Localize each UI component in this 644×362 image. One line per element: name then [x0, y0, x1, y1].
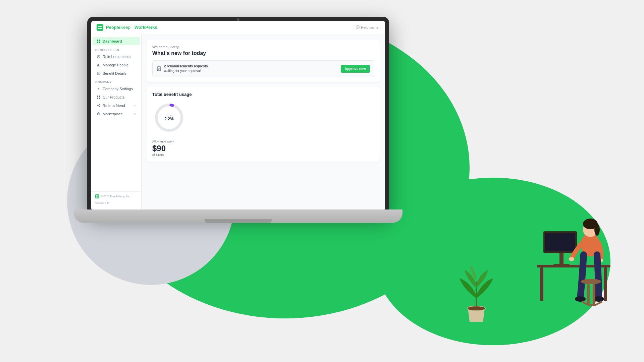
marketplace-icon [97, 112, 101, 116]
refer-icon [97, 104, 101, 108]
svg-rect-26 [96, 197, 97, 198]
svg-point-49 [581, 279, 601, 284]
svg-rect-0 [98, 26, 100, 27]
app-header: PeopleKeep WorkPerks ⓘ Help center [91, 21, 385, 34]
dashboard-label: Dashboard [103, 39, 122, 43]
dashboard-icon [97, 39, 101, 43]
refer-friend-label: Refer a friend [103, 104, 125, 108]
sidebar-item-marketplace[interactable]: Marketplace ↗ [93, 110, 140, 118]
chart-area: Total 2.2% [152, 101, 374, 134]
sidebar: Dashboard BENEFIT PLAN $ [91, 34, 142, 210]
notification-left: 2 reimbursements requests waiting for yo… [157, 64, 208, 73]
svg-point-45 [569, 257, 574, 261]
help-center-link[interactable]: ⓘ Help center [356, 25, 380, 30]
allowance-total: of $4010 [152, 153, 374, 157]
header-left: PeopleKeep WorkPerks [97, 24, 157, 31]
svg-point-53 [468, 306, 485, 310]
svg-rect-17 [97, 98, 98, 99]
reimbursements-label: Reimbursements [103, 55, 130, 59]
plant-illustration [453, 255, 500, 328]
svg-point-14 [98, 88, 99, 89]
notif-subtext: waiting for your approval [164, 69, 201, 73]
welcome-card: Welcome, Harry What's new for today [147, 40, 380, 82]
notification-row: 2 reimbursements requests waiting for yo… [152, 60, 374, 77]
svg-text:$: $ [98, 56, 99, 58]
laptop-base [74, 209, 402, 223]
document-icon [157, 66, 161, 71]
app-body: Dashboard BENEFIT PLAN $ [91, 34, 385, 210]
svg-point-19 [97, 105, 99, 106]
svg-rect-35 [540, 267, 543, 301]
marketplace-label: Marketplace [103, 112, 123, 116]
person-illustration [510, 178, 617, 328]
sidebar-item-manage-people[interactable]: Manage People [93, 61, 140, 69]
svg-rect-38 [553, 264, 570, 266]
company-section: COMPANY [91, 78, 141, 84]
svg-rect-11 [97, 72, 100, 75]
svg-rect-51 [593, 284, 595, 304]
svg-rect-37 [559, 251, 564, 265]
notification-text: 2 reimbursements requests waiting for yo… [164, 64, 208, 73]
svg-rect-7 [99, 42, 100, 43]
donut-chart: Total 2.2% [152, 101, 186, 134]
sidebar-item-refer-friend[interactable]: Refer a friend ↗ [93, 102, 140, 110]
benefit-details-label: Benefit Details [103, 71, 126, 75]
logo-text: PeopleKeep [106, 25, 130, 30]
approve-now-button[interactable]: Approve now [341, 65, 370, 73]
svg-rect-27 [98, 197, 99, 198]
svg-rect-18 [99, 98, 100, 99]
svg-point-47 [575, 296, 586, 302]
svg-rect-15 [97, 96, 98, 97]
svg-line-22 [99, 105, 99, 106]
camera-icon [237, 18, 239, 21]
benefit-card: Total benefit usage [147, 86, 380, 162]
svg-point-10 [98, 64, 99, 65]
allowance-label: Allowance spent [152, 140, 374, 143]
sidebar-item-benefit-details[interactable]: Benefit Details [93, 69, 140, 77]
svg-rect-1 [100, 26, 102, 27]
svg-rect-2 [98, 28, 100, 29]
settings-icon [97, 87, 101, 91]
donut-percent: 2.2% [164, 117, 173, 121]
sidebar-nav: Dashboard BENEFIT PLAN $ [91, 37, 141, 191]
svg-rect-25 [98, 195, 99, 196]
products-icon [97, 95, 101, 99]
notif-count: 2 reimbursements requests [164, 64, 208, 68]
sidebar-item-our-products[interactable]: Our Products [93, 93, 140, 101]
external-link-icon-2: ↗ [133, 113, 136, 116]
sidebar-item-company-settings[interactable]: Company Settings [93, 85, 140, 93]
laptop-device: PeopleKeep WorkPerks ⓘ Help center [87, 17, 406, 251]
reimburse-icon: $ [97, 55, 101, 59]
welcome-title: What's new for today [152, 50, 374, 56]
footer-copyright: © 2023 PeopleKeep, Inc. [101, 194, 130, 198]
benefit-icon [97, 71, 101, 75]
allowance-section: Allowance spent $90 of $4010 [152, 140, 374, 157]
logo-icon [97, 24, 103, 31]
svg-rect-5 [99, 40, 100, 41]
app-layout: PeopleKeep WorkPerks ⓘ Help center [91, 21, 385, 210]
svg-rect-24 [96, 195, 97, 196]
svg-rect-50 [587, 284, 590, 304]
benefit-title: Total benefit usage [152, 92, 374, 97]
company-settings-label: Company Settings [103, 87, 133, 91]
svg-rect-3 [100, 28, 102, 29]
help-center-label: Help center [361, 25, 380, 29]
allowance-amount: $90 [152, 144, 374, 153]
help-icon: ⓘ [356, 25, 360, 30]
laptop-screen-bezel: PeopleKeep WorkPerks ⓘ Help center [87, 17, 389, 215]
sidebar-item-dashboard[interactable]: Dashboard [93, 37, 140, 45]
svg-rect-40 [545, 233, 575, 251]
svg-line-23 [99, 106, 99, 107]
svg-rect-16 [99, 96, 100, 97]
external-link-icon: ↗ [133, 104, 136, 107]
benefit-plan-section: BENEFIT PLAN [91, 46, 141, 52]
sidebar-item-reimbursements[interactable]: $ Reimbursements [93, 53, 140, 61]
svg-rect-6 [97, 42, 98, 43]
welcome-greeting: Welcome, Harry [152, 45, 374, 49]
donut-label: Total 2.2% [164, 114, 173, 121]
sidebar-footer: © 2023 PeopleKeep, Inc. Version 3.0 [91, 191, 141, 208]
footer-logo-icon [95, 194, 99, 198]
main-content: Welcome, Harry What's new for today [142, 34, 385, 210]
svg-rect-4 [97, 40, 98, 41]
svg-point-44 [594, 224, 600, 236]
